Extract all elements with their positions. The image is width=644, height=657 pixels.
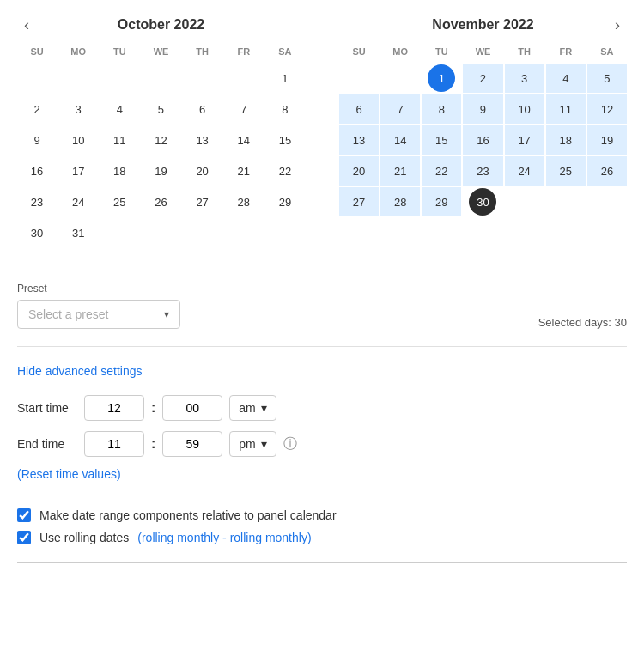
oct-day-13[interactable]: 13 xyxy=(183,125,222,155)
nov-day-3[interactable]: 3 xyxy=(505,64,544,93)
nov-day-1[interactable]: 1 xyxy=(422,64,461,93)
selected-days-label: Selected days: 30 xyxy=(538,316,627,329)
oct-day-15[interactable]: 15 xyxy=(265,125,305,155)
end-ampm-value: pm xyxy=(239,437,255,451)
hide-advanced-link[interactable]: Hide advanced settings xyxy=(17,364,143,378)
nov-day-19[interactable]: 19 xyxy=(587,125,627,155)
nov-day-4[interactable]: 4 xyxy=(546,64,586,93)
oct-day-10[interactable]: 10 xyxy=(58,125,98,155)
nov-day-7[interactable]: 7 xyxy=(380,94,420,124)
oct-day-20[interactable]: 20 xyxy=(183,156,222,186)
nov-day-11[interactable]: 11 xyxy=(546,94,586,124)
relative-calendar-checkbox[interactable] xyxy=(17,508,31,522)
checkbox-1-label: Make date range components relative to p… xyxy=(39,508,337,522)
rolling-dates-checkbox[interactable] xyxy=(17,531,31,544)
oct-day-5[interactable]: 5 xyxy=(141,94,180,124)
oct-day-7[interactable]: 7 xyxy=(224,94,264,124)
oct-day-28[interactable]: 28 xyxy=(224,187,264,216)
nov-day-8[interactable]: 8 xyxy=(422,94,461,124)
oct-day-2[interactable]: 2 xyxy=(17,94,57,124)
nov-day-28[interactable]: 28 xyxy=(380,187,420,216)
oct-day-12[interactable]: 12 xyxy=(141,125,180,155)
nov-day-13[interactable]: 13 xyxy=(339,125,379,155)
nov-day-23[interactable]: 23 xyxy=(463,156,502,186)
oct-day-4[interactable]: 4 xyxy=(100,94,139,124)
time-info-icon[interactable]: ⓘ xyxy=(283,435,297,453)
nov-day-22[interactable]: 22 xyxy=(422,156,461,186)
oct-day-31[interactable]: 31 xyxy=(58,218,98,247)
oct-day-6[interactable]: 6 xyxy=(183,94,222,124)
oct-day-8[interactable]: 8 xyxy=(265,94,305,124)
oct-day-9[interactable]: 9 xyxy=(17,125,57,155)
november-calendar: November 2022 › SU MO TU WE TH FR SA 1 2… xyxy=(339,17,627,247)
nov-day-18[interactable]: 18 xyxy=(546,125,586,155)
oct-day-14[interactable]: 14 xyxy=(224,125,264,155)
nov-empty-end2 xyxy=(546,187,586,216)
oct-day-26[interactable]: 26 xyxy=(141,187,180,216)
oct-day-30[interactable]: 30 xyxy=(17,218,57,247)
nov-day-5[interactable]: 5 xyxy=(587,64,627,93)
nov-day-27[interactable]: 27 xyxy=(339,187,379,216)
oct-day-21[interactable]: 21 xyxy=(224,156,264,186)
nov-day-20[interactable]: 20 xyxy=(339,156,379,186)
oct-empty-1 xyxy=(17,64,57,93)
checkbox-2-label: Use rolling dates xyxy=(39,531,129,544)
start-time-row: Start time : am ▾ xyxy=(17,395,627,421)
oct-day-25[interactable]: 25 xyxy=(100,187,139,216)
preset-section: Preset Select a preset ▾ Selected days: … xyxy=(17,283,627,329)
nov-day-30[interactable]: 30 xyxy=(463,187,502,216)
preset-label: Preset xyxy=(17,283,180,295)
nov-empty-1 xyxy=(339,64,379,93)
nov-day-10[interactable]: 10 xyxy=(505,94,544,124)
prev-month-button[interactable]: ‹ xyxy=(17,15,36,36)
reset-time-link[interactable]: (Reset time values) xyxy=(17,467,121,481)
oct-day-11[interactable]: 11 xyxy=(100,125,139,155)
preset-placeholder: Select a preset xyxy=(28,307,108,321)
nov-day-25[interactable]: 25 xyxy=(546,156,586,186)
nov-day-6[interactable]: 6 xyxy=(339,94,379,124)
november-year: 2022 xyxy=(503,17,534,32)
oct-empty-3 xyxy=(100,64,139,93)
oct-day-23[interactable]: 23 xyxy=(17,187,57,216)
preset-chevron-down-icon: ▾ xyxy=(164,308,169,320)
nov-day-24[interactable]: 24 xyxy=(505,156,544,186)
nov-empty-end1 xyxy=(505,187,544,216)
end-minute-input[interactable] xyxy=(162,431,222,457)
oct-day-29[interactable]: 29 xyxy=(265,187,305,216)
end-colon: : xyxy=(151,436,155,452)
start-hour-input[interactable] xyxy=(84,395,144,421)
nov-day-16[interactable]: 16 xyxy=(463,125,502,155)
preset-dropdown[interactable]: Select a preset ▾ xyxy=(17,300,180,329)
nov-day-14[interactable]: 14 xyxy=(380,125,420,155)
oct-day-19[interactable]: 19 xyxy=(141,156,180,186)
oct-day-17[interactable]: 17 xyxy=(58,156,98,186)
nov-empty-end3 xyxy=(587,187,627,216)
calendar-divider xyxy=(17,265,627,265)
checkbox-row-1: Make date range components relative to p… xyxy=(17,508,627,522)
oct-day-16[interactable]: 16 xyxy=(17,156,57,186)
end-hour-input[interactable] xyxy=(84,431,144,457)
oct-day-24[interactable]: 24 xyxy=(58,187,98,216)
next-month-button[interactable]: › xyxy=(608,15,627,36)
oct-empty-end2 xyxy=(141,218,180,247)
preset-divider xyxy=(17,346,627,347)
end-ampm-select[interactable]: pm ▾ xyxy=(229,431,276,457)
oct-empty-5 xyxy=(183,64,222,93)
oct-day-27[interactable]: 27 xyxy=(183,187,222,216)
oct-day-3[interactable]: 3 xyxy=(58,94,98,124)
oct-day-22[interactable]: 22 xyxy=(265,156,305,186)
oct-day-1[interactable]: 1 xyxy=(265,64,305,93)
oct-day-18[interactable]: 18 xyxy=(100,156,139,186)
nov-day-2[interactable]: 2 xyxy=(463,64,502,93)
nov-day-15[interactable]: 15 xyxy=(422,125,461,155)
nov-dow-th: TH xyxy=(505,43,544,62)
nov-dow-mo: MO xyxy=(380,43,420,62)
start-ampm-select[interactable]: am ▾ xyxy=(229,395,276,421)
start-minute-input[interactable] xyxy=(162,395,222,421)
nov-day-26[interactable]: 26 xyxy=(587,156,627,186)
nov-day-29[interactable]: 29 xyxy=(422,187,461,216)
nov-day-12[interactable]: 12 xyxy=(587,94,627,124)
nov-day-21[interactable]: 21 xyxy=(380,156,420,186)
nov-day-9[interactable]: 9 xyxy=(463,94,502,124)
nov-day-17[interactable]: 17 xyxy=(505,125,544,155)
